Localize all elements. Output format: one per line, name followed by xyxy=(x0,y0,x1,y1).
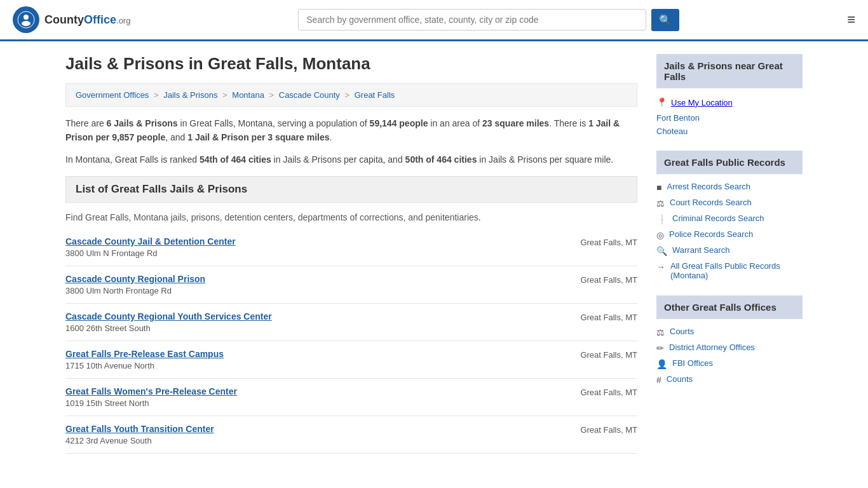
sidebar-other-offices-title: Other Great Falls Offices xyxy=(656,295,803,319)
nearby-link-fortbenton[interactable]: Fort Benton xyxy=(656,111,803,125)
list-section-desc: Find Great Falls, Montana jails, prisons… xyxy=(65,206,637,226)
search-icon: 🔍 xyxy=(659,15,672,25)
header: CountyOffice.org 🔍 ≡ xyxy=(0,0,868,41)
main-container: Jails & Prisons in Great Falls, Montana … xyxy=(53,41,815,466)
jail-name[interactable]: Cascade County Regional Youth Services C… xyxy=(65,311,272,322)
breadcrumb-link-cascade[interactable]: Cascade County xyxy=(279,90,340,100)
list-section-header: List of Great Falls Jails & Prisons xyxy=(65,176,637,203)
jail-entry-row: Cascade County Regional Youth Services C… xyxy=(65,311,637,333)
description-para-2: In Montana, Great Falls is ranked 54th o… xyxy=(65,152,637,166)
breadcrumb-link-montana[interactable]: Montana xyxy=(232,90,264,100)
breadcrumb-sep-4: > xyxy=(345,90,352,100)
jail-entry: Great Falls Women's Pre-Release Center 1… xyxy=(65,379,637,416)
counts-link[interactable]: Counts xyxy=(667,374,693,384)
jail-name[interactable]: Cascade County Regional Prison xyxy=(65,274,205,284)
jail-entry-row: Cascade County Regional Prison 3800 Ulm … xyxy=(65,274,637,295)
breadcrumb-sep-2: > xyxy=(222,90,229,100)
jail-city: Great Falls, MT xyxy=(580,313,637,322)
da-link[interactable]: District Attorney Offices xyxy=(669,342,755,352)
court-icon: ⚖ xyxy=(656,198,665,208)
logo-icon xyxy=(13,6,39,33)
breadcrumb-sep-3: > xyxy=(269,90,276,100)
jail-entry: Cascade County Regional Youth Services C… xyxy=(65,304,637,341)
breadcrumb: Government Offices > Jails & Prisons > M… xyxy=(65,83,637,107)
police-records-link[interactable]: Police Records Search xyxy=(669,229,753,239)
jail-city: Great Falls, MT xyxy=(580,425,637,435)
menu-icon: ≡ xyxy=(847,11,855,27)
sidebar-item-court: ⚖ Court Records Search xyxy=(656,195,803,211)
counts-icon: # xyxy=(656,375,661,385)
fbi-link[interactable]: FBI Offices xyxy=(672,358,713,368)
breadcrumb-link-jails[interactable]: Jails & Prisons xyxy=(163,90,217,100)
jail-address: 4212 3rd Avenue South xyxy=(65,436,214,445)
jail-address: 3800 Ulm North Frontage Rd xyxy=(65,286,205,295)
arrest-icon: ■ xyxy=(656,182,661,193)
jail-info: Cascade County Jail & Detention Center 3… xyxy=(65,236,236,258)
per-sqmile-bold: 1 Jail & Prison per 3 square miles xyxy=(187,132,329,142)
jail-entry-row: Great Falls Youth Transition Center 4212… xyxy=(65,424,637,445)
sidebar-other-offices: Other Great Falls Offices ⚖ Courts ✏ Dis… xyxy=(656,295,803,388)
sidebar-item-warrant: 🔍 Warrant Search xyxy=(656,243,803,259)
jail-city: Great Falls, MT xyxy=(580,388,637,397)
area-bold: 23 square miles xyxy=(482,118,549,128)
logo-area: CountyOffice.org xyxy=(13,6,130,33)
jail-entry-row: Cascade County Jail & Detention Center 3… xyxy=(65,236,637,258)
jail-address: 1019 15th Street North xyxy=(65,398,237,408)
breadcrumb-link-greatfalls[interactable]: Great Falls xyxy=(355,90,395,100)
main-content: Jails & Prisons in Great Falls, Montana … xyxy=(65,54,637,454)
rank1-bold: 54th of 464 cities xyxy=(200,154,271,165)
jail-city: Great Falls, MT xyxy=(580,350,637,360)
sidebar-public-records: Great Falls Public Records ■ Arrest Reco… xyxy=(656,151,803,283)
arrest-records-link[interactable]: Arrest Records Search xyxy=(667,182,750,191)
jail-name[interactable]: Great Falls Women's Pre-Release Center xyxy=(65,386,237,396)
jail-info: Cascade County Regional Prison 3800 Ulm … xyxy=(65,274,205,295)
fbi-icon: 👤 xyxy=(656,359,667,369)
jail-address: 1600 26th Street South xyxy=(65,323,272,333)
jail-info: Great Falls Pre-Release East Campus 1715… xyxy=(65,349,224,370)
jail-entry: Great Falls Pre-Release East Campus 1715… xyxy=(65,341,637,379)
page-title: Jails & Prisons in Great Falls, Montana xyxy=(65,54,637,74)
menu-button[interactable]: ≡ xyxy=(847,11,855,28)
sidebar-item-criminal: ❕ Criminal Records Search xyxy=(656,211,803,227)
location-pin-icon: 📍 xyxy=(656,97,667,107)
jail-name[interactable]: Great Falls Pre-Release East Campus xyxy=(65,349,224,359)
court-records-link[interactable]: Court Records Search xyxy=(670,198,752,207)
nearby-link-choteau[interactable]: Choteau xyxy=(656,125,803,138)
sidebar-nearby-title: Jails & Prisons near Great Falls xyxy=(656,54,803,88)
search-button[interactable]: 🔍 xyxy=(651,9,679,31)
sidebar-item-fbi: 👤 FBI Offices xyxy=(656,356,803,372)
count-bold: 6 Jails & Prisons xyxy=(107,118,178,128)
breadcrumb-link-gov[interactable]: Government Offices xyxy=(76,90,149,100)
jail-entry: Cascade County Regional Prison 3800 Ulm … xyxy=(65,266,637,304)
sidebar: Jails & Prisons near Great Falls 📍 Use M… xyxy=(656,54,803,454)
jail-info: Cascade County Regional Youth Services C… xyxy=(65,311,272,333)
sidebar-item-courts: ⚖ Courts xyxy=(656,324,803,340)
jail-info: Great Falls Women's Pre-Release Center 1… xyxy=(65,386,237,408)
rank2-bold: 50th of 464 cities xyxy=(405,154,477,165)
jail-name[interactable]: Great Falls Youth Transition Center xyxy=(65,424,214,434)
courts-link[interactable]: Courts xyxy=(670,327,694,336)
logo-text: CountyOffice.org xyxy=(44,13,130,27)
sidebar-item-da: ✏ District Attorney Offices xyxy=(656,340,803,356)
jail-info: Great Falls Youth Transition Center 4212… xyxy=(65,424,214,445)
svg-point-2 xyxy=(22,21,31,26)
sidebar-nearby: Jails & Prisons near Great Falls 📍 Use M… xyxy=(656,54,803,138)
warrant-search-link[interactable]: Warrant Search xyxy=(672,245,730,255)
jail-entry: Cascade County Jail & Detention Center 3… xyxy=(65,229,637,266)
description-para-1: There are 6 Jails & Prisons in Great Fal… xyxy=(65,116,637,145)
jail-entry-row: Great Falls Pre-Release East Campus 1715… xyxy=(65,349,637,370)
use-location-link[interactable]: Use My Location xyxy=(671,98,733,107)
search-input[interactable] xyxy=(298,9,646,30)
police-icon: ◎ xyxy=(656,230,664,240)
criminal-icon: ❕ xyxy=(656,214,667,224)
criminal-records-link[interactable]: Criminal Records Search xyxy=(672,214,764,223)
jail-list: Cascade County Jail & Detention Center 3… xyxy=(65,229,637,454)
jail-address: 3800 Ulm N Frontage Rd xyxy=(65,248,236,258)
da-icon: ✏ xyxy=(656,343,664,353)
jail-city: Great Falls, MT xyxy=(580,275,637,285)
breadcrumb-sep-1: > xyxy=(154,90,161,100)
svg-point-1 xyxy=(24,15,29,20)
all-records-link[interactable]: All Great Falls Public Records (Montana) xyxy=(670,261,803,280)
sidebar-item-counts: # Counts xyxy=(656,372,803,388)
jail-name[interactable]: Cascade County Jail & Detention Center xyxy=(65,236,236,247)
